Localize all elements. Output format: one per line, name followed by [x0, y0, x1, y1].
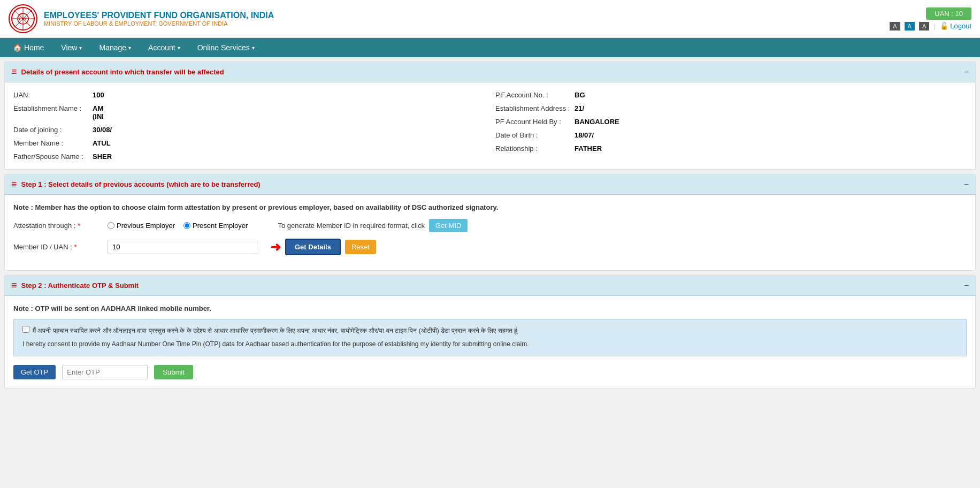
font-size-medium-btn[interactable]: A	[905, 22, 915, 30]
step1-panel: ≡ Step 1 : Select details of previous ac…	[4, 174, 976, 271]
divider: |	[933, 22, 935, 30]
top-right-actions: UAN : 10 A A A | 🔓 Logout	[890, 7, 971, 30]
otp-note-strong: Note : OTP will be sent on AADHAAR linke…	[13, 304, 211, 312]
home-icon: 🏠	[13, 43, 22, 52]
consent-checkbox-row: मैं अपनी पहचान स्थापित करने और ऑनलाइन दा…	[22, 326, 958, 336]
get-mid-button[interactable]: Get MID	[429, 219, 468, 232]
view-caret-icon: ▾	[79, 45, 82, 51]
required-star: *	[78, 222, 80, 230]
establishment-address-row: Establishment Address : 21/	[495, 104, 967, 112]
logout-icon: 🔓	[940, 22, 951, 30]
org-title: EMPLOYEES' PROVIDENT FUND ORGANISATION, …	[44, 11, 274, 20]
otp-actions: Get OTP Submit	[13, 365, 967, 379]
present-account-header: ≡ Details of present account into which …	[5, 62, 975, 82]
step1-title: ≡ Step 1 : Select details of previous ac…	[11, 179, 261, 190]
uan-row: UAN: 100	[13, 91, 485, 99]
step2-header: ≡ Step 2 : Authenticate OTP & Submit −	[5, 276, 975, 296]
establishment-name-row: Establishment Name : AM(INI	[13, 104, 485, 120]
member-id-row: Member ID / UAN : * ➜ Get Details Reset	[13, 239, 967, 255]
submit-button[interactable]: Submit	[154, 365, 193, 379]
dob-row: Date of Birth : 18/07/	[495, 131, 967, 139]
arrow-right-icon: ➜	[270, 240, 281, 255]
attestation-row: Attestation through : * Previous Employe…	[13, 219, 967, 232]
step2-title: ≡ Step 2 : Authenticate OTP & Submit	[11, 280, 139, 291]
uan-badge: UAN : 10	[926, 7, 971, 20]
generate-mid-area: To generate Member ID in required format…	[278, 219, 468, 232]
previous-employer-radio[interactable]	[108, 222, 114, 229]
consent-hindi: मैं अपनी पहचान स्थापित करने और ऑनलाइन दा…	[33, 326, 517, 336]
previous-employer-option[interactable]: Previous Employer	[108, 222, 175, 230]
get-otp-button[interactable]: Get OTP	[13, 365, 56, 379]
step2-body: Note : OTP will be sent on AADHAAR linke…	[5, 296, 975, 388]
consent-box: मैं अपनी पहचान स्थापित करने और ऑनलाइन दा…	[13, 319, 967, 356]
present-account-title: ≡ Details of present account into which …	[11, 66, 224, 78]
member-name-row: Member Name : ATUL	[13, 139, 485, 147]
relationship-row: Relationship : FATHER	[495, 144, 967, 152]
step1-collapse-icon[interactable]: −	[964, 180, 969, 189]
member-id-required-star: *	[74, 243, 76, 251]
otp-note: Note : OTP will be sent on AADHAAR linke…	[13, 304, 967, 312]
member-id-label: Member ID / UAN : *	[13, 243, 99, 251]
navbar: 🏠 Home View ▾ Manage ▾ Account ▾ Online …	[0, 38, 980, 57]
consent-english: I hereby consent to provide my Aadhaar N…	[22, 340, 529, 348]
present-account-panel: ≡ Details of present account into which …	[4, 62, 976, 170]
nav-view[interactable]: View ▾	[52, 38, 90, 57]
present-account-body: UAN: 100 Establishment Name : AM(INI Dat…	[5, 82, 975, 169]
info-col-left: UAN: 100 Establishment Name : AM(INI Dat…	[13, 91, 485, 161]
attestation-label: Attestation through : *	[13, 222, 99, 230]
arrow-area: ➜ Get Details Reset	[270, 239, 376, 255]
present-employer-option[interactable]: Present Employer	[183, 222, 248, 230]
get-details-button[interactable]: Get Details	[285, 239, 341, 255]
present-employer-radio[interactable]	[183, 222, 190, 229]
father-spouse-row: Father/Spouse Name : SHER	[13, 152, 485, 161]
attestation-radio-group: Previous Employer Present Employer	[108, 222, 248, 230]
pf-account-no-row: P.F.Account No. : BG	[495, 91, 967, 99]
nav-online-services[interactable]: Online Services ▾	[189, 38, 263, 57]
logo-area: EPF EMPLOYEES' PROVIDENT FUND ORGANISATI…	[9, 4, 274, 33]
header: EPF EMPLOYEES' PROVIDENT FUND ORGANISATI…	[0, 0, 980, 38]
manage-caret-icon: ▾	[128, 45, 131, 51]
date-joining-row: Date of joining : 30/08/	[13, 126, 485, 134]
account-caret-icon: ▾	[178, 45, 180, 51]
top-actions: A A A | 🔓 Logout	[890, 22, 971, 30]
nav-account[interactable]: Account ▾	[140, 38, 189, 57]
info-col-right: P.F.Account No. : BG Establishment Addre…	[495, 91, 967, 161]
step1-body: Note : Member has the option to choose c…	[5, 195, 975, 270]
logout-link[interactable]: 🔓 Logout	[940, 22, 971, 30]
step2-menu-icon: ≡	[11, 280, 17, 291]
step1-note-strong: Note : Member has the option to choose c…	[13, 203, 498, 211]
online-services-caret-icon: ▾	[252, 45, 255, 51]
nav-manage[interactable]: Manage ▾	[90, 38, 140, 57]
step2-collapse-icon[interactable]: −	[964, 281, 969, 291]
step1-header: ≡ Step 1 : Select details of previous ac…	[5, 174, 975, 195]
otp-input[interactable]	[62, 365, 148, 379]
step2-panel: ≡ Step 2 : Authenticate OTP & Submit − N…	[4, 275, 976, 388]
svg-text:EPF: EPF	[19, 17, 27, 21]
step1-note: Note : Member has the option to choose c…	[13, 203, 967, 211]
font-size-large-btn[interactable]: A	[919, 22, 929, 30]
consent-checkbox[interactable]	[22, 326, 29, 333]
step1-menu-icon: ≡	[11, 179, 17, 190]
nav-home[interactable]: 🏠 Home	[4, 38, 52, 57]
org-logo: EPF	[9, 4, 37, 33]
org-name-block: EMPLOYEES' PROVIDENT FUND ORGANISATION, …	[44, 11, 274, 27]
present-account-info-grid: UAN: 100 Establishment Name : AM(INI Dat…	[13, 91, 967, 161]
reset-button[interactable]: Reset	[345, 240, 376, 254]
main-content: ≡ Details of present account into which …	[0, 62, 980, 388]
org-subtitle: MINISTRY OF LABOUR & EMPLOYMENT, GOVERNM…	[44, 20, 274, 27]
section-menu-icon: ≡	[11, 66, 17, 78]
member-id-input[interactable]	[108, 240, 257, 254]
font-size-small-btn[interactable]: A	[890, 22, 900, 30]
pf-held-row: PF Account Held By : BANGALORE	[495, 118, 967, 126]
present-account-collapse-icon[interactable]: −	[964, 67, 969, 77]
